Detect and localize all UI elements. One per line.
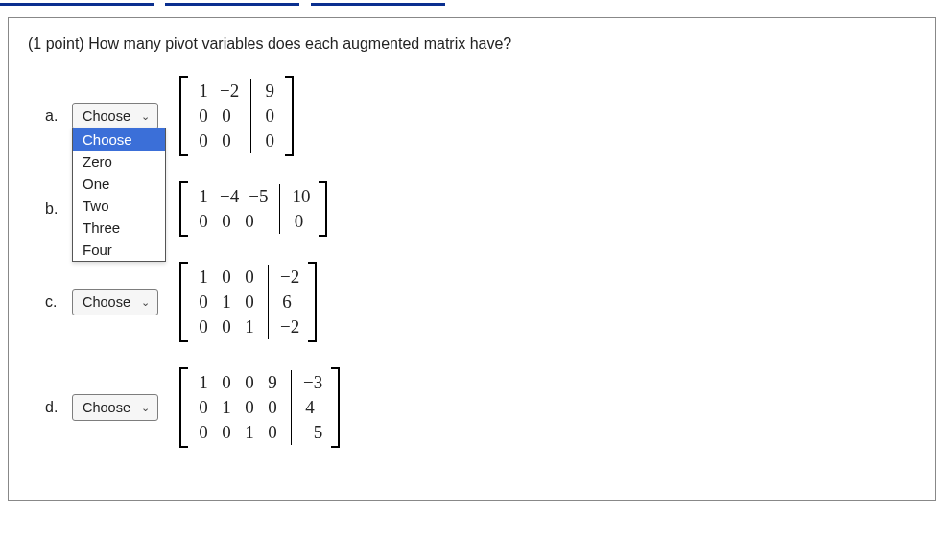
bracket-left [179, 262, 188, 342]
cell: 0 [238, 290, 261, 315]
part-b-label: b. [45, 200, 64, 218]
part-a-row: a. Choose ⌄ Choose Zero One Two Three Fo… [45, 76, 916, 156]
cell: 0 [258, 104, 281, 128]
part-a-label: a. [45, 107, 64, 125]
cell: 1 [192, 79, 215, 104]
part-b-row: b. 1−4−5 000 10 0 [45, 181, 916, 237]
cell: 6 [275, 290, 298, 315]
augment-bar [250, 79, 251, 153]
cell: 1 [238, 315, 261, 339]
cell: 0 [192, 290, 215, 315]
cell: 0 [192, 315, 215, 339]
bracket-left [179, 367, 188, 448]
dropdown-option-three[interactable]: Three [73, 217, 165, 239]
select-value: Choose [83, 400, 130, 415]
select-value: Choose [83, 294, 130, 310]
question-container: (1 point) How many pivot variables does … [8, 17, 936, 501]
part-d-select[interactable]: Choose ⌄ [72, 394, 158, 421]
dropdown-option-zero[interactable]: Zero [73, 151, 165, 173]
cell: −3 [298, 370, 327, 395]
cell: 0 [215, 370, 238, 395]
cell: 0 [287, 209, 310, 234]
matrix-b: 1−4−5 000 10 0 [179, 181, 327, 237]
underline-seg [165, 0, 299, 6]
chevron-down-icon: ⌄ [141, 296, 150, 309]
matrix-right-block: 9 0 0 [254, 76, 285, 156]
cell: 0 [215, 315, 238, 339]
cell: 4 [298, 395, 321, 420]
cell: 0 [261, 420, 284, 445]
cell: 0 [238, 265, 261, 290]
question-text: (1 point) How many pivot variables does … [28, 35, 916, 53]
dropdown-option-one[interactable]: One [73, 173, 165, 195]
cell: 0 [192, 128, 215, 153]
part-c-select[interactable]: Choose ⌄ [72, 289, 158, 315]
matrix-right-block: 10 0 [283, 181, 319, 237]
matrix-left-block: 1009 0100 0010 [188, 367, 288, 448]
matrix-right-block: −2 6 −2 [272, 262, 308, 342]
cell: 0 [238, 395, 261, 420]
bracket-right [308, 262, 317, 342]
top-underline-bar [0, 0, 947, 6]
cell: 0 [215, 265, 238, 290]
cell: 1 [192, 370, 215, 395]
augment-bar [279, 184, 280, 234]
cell: 0 [261, 395, 284, 420]
part-a-select-wrap: Choose ⌄ Choose Zero One Two Three Four [72, 103, 158, 129]
bracket-right [331, 367, 340, 448]
part-d-label: d. [45, 399, 64, 416]
cell: 10 [287, 184, 315, 209]
cell: −5 [244, 184, 272, 209]
matrix-left-block: 1−4−5 000 [188, 181, 276, 237]
part-c-select-wrap: Choose ⌄ [72, 289, 158, 315]
cell: 1 [238, 420, 261, 445]
bracket-left [179, 181, 188, 237]
cell: 9 [258, 79, 281, 104]
cell: 0 [192, 420, 215, 445]
cell: 0 [215, 420, 238, 445]
bracket-right [285, 76, 294, 156]
matrix-left-block: 100 010 001 [188, 262, 265, 342]
matrix-right-block: −3 4 −5 [295, 367, 331, 448]
cell: 0 [215, 104, 238, 128]
cell: 0 [192, 395, 215, 420]
matrix-a: 1−2 00 00 9 0 0 [179, 76, 294, 156]
cell: −5 [298, 420, 327, 445]
chevron-down-icon: ⌄ [141, 110, 150, 123]
underline-seg [311, 0, 445, 6]
cell: 0 [238, 209, 261, 234]
part-d-row: d. Choose ⌄ 1009 0100 0010 −3 4 −5 [45, 367, 916, 448]
matrix-c: 100 010 001 −2 6 −2 [179, 262, 317, 342]
dropdown-option-choose[interactable]: Choose [73, 128, 165, 151]
cell: 0 [192, 104, 215, 128]
dropdown-option-four[interactable]: Four [73, 239, 165, 261]
part-c-label: c. [45, 293, 64, 311]
bracket-right [319, 181, 327, 237]
part-d-select-wrap: Choose ⌄ [72, 394, 158, 421]
cell: −2 [215, 79, 244, 104]
cell: 0 [215, 209, 238, 234]
cell: −4 [215, 184, 244, 209]
cell: 1 [192, 265, 215, 290]
cell: 0 [215, 128, 238, 153]
cell: −2 [275, 315, 304, 339]
cell: 1 [215, 290, 238, 315]
chevron-down-icon: ⌄ [141, 402, 150, 414]
underline-seg [0, 0, 154, 6]
cell: 0 [192, 209, 215, 234]
dropdown-option-two[interactable]: Two [73, 195, 165, 217]
augment-bar [291, 370, 292, 445]
cell: 1 [215, 395, 238, 420]
matrix-left-block: 1−2 00 00 [188, 76, 248, 156]
cell: 1 [192, 184, 215, 209]
cell: 0 [238, 370, 261, 395]
cell: 9 [261, 370, 284, 395]
augment-bar [268, 265, 269, 339]
part-c-row: c. Choose ⌄ 100 010 001 −2 6 −2 [45, 262, 916, 342]
select-value: Choose [83, 108, 130, 124]
part-a-dropdown: Choose Zero One Two Three Four [72, 128, 166, 262]
part-a-select[interactable]: Choose ⌄ [72, 103, 158, 129]
matrix-d: 1009 0100 0010 −3 4 −5 [179, 367, 340, 448]
cell: −2 [275, 265, 304, 290]
bracket-left [179, 76, 188, 156]
